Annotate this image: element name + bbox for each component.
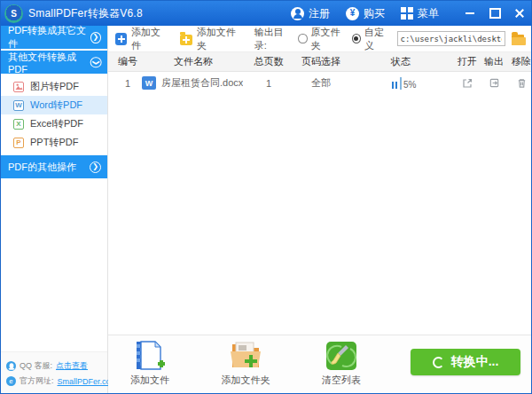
sidebar: PDF转换成其它文件 ❯ 其他文件转换成PDF ❯ 图片转PDF W Word转… <box>1 26 108 393</box>
convert-label: 转换中... <box>451 354 499 370</box>
clear-list-label: 清空列表 <box>322 374 361 387</box>
word-file-icon: W <box>13 100 24 111</box>
app-logo-icon: S <box>4 4 23 23</box>
section-label: PDF转换成其它文件 <box>8 24 90 51</box>
image-file-icon <box>13 82 24 92</box>
file-list: 1 W 房屋租赁合同.docx 1 全部 5% <box>108 72 531 335</box>
app-title: SmallPDFer转换器V6.8 <box>28 6 143 21</box>
word-doc-icon: W <box>142 76 156 90</box>
row-pages: 1 <box>245 78 293 89</box>
radio-original-folder[interactable]: 原文件夹 <box>298 26 346 52</box>
sidebar-item-label: Excel转PDF <box>30 117 83 130</box>
add-file-big-button[interactable]: 添加文件 <box>124 341 176 387</box>
maximize-icon <box>489 8 501 19</box>
row-index: 1 <box>113 78 142 89</box>
convert-button[interactable]: 转换中... <box>411 349 520 375</box>
maximize-button[interactable] <box>489 7 501 20</box>
sidebar-item-word-to-pdf[interactable]: W Word转PDF <box>1 96 107 114</box>
open-external-icon[interactable] <box>461 77 473 90</box>
table-header: 编号 文件名称 总页数 页码选择 状态 打开 输出 移除 <box>108 52 531 72</box>
register-button[interactable]: 注册 <box>291 6 330 21</box>
sidebar-item-excel-to-pdf[interactable]: X Excel转PDF <box>1 114 107 133</box>
add-folder-label: 添加文件夹 <box>197 26 242 52</box>
titlebar: S SmallPDFer转换器V6.8 注册 ¥ 购买 菜单 <box>1 1 531 26</box>
add-file-document-icon <box>134 341 166 371</box>
output-dir-label: 输出目录: <box>254 26 293 52</box>
row-filename: 房屋租赁合同.docx <box>161 76 243 90</box>
col-pages: 总页数 <box>245 55 293 68</box>
progress-label: 5% <box>403 80 416 90</box>
pause-icon[interactable] <box>392 82 397 89</box>
register-label: 注册 <box>309 6 330 21</box>
sidebar-item-label: 图片转PDF <box>30 80 79 93</box>
add-folder-big-label: 添加文件夹 <box>222 374 270 387</box>
ppt-file-icon: P <box>13 138 24 148</box>
minimize-button[interactable] <box>464 7 476 20</box>
toolbar: 添加文件 添加文件夹 输出目录: 原文件夹 自定义 <box>108 26 531 52</box>
website-icon: e <box>6 376 16 386</box>
add-folder-big-button[interactable]: 添加文件夹 <box>220 341 271 387</box>
browse-folder-icon[interactable] <box>512 35 525 45</box>
clear-list-button[interactable]: 清空列表 <box>316 341 367 387</box>
chevron-down-circle-icon: ❯ <box>90 57 101 67</box>
app-window: S SmallPDFer转换器V6.8 注册 ¥ 购买 菜单 <box>0 0 532 394</box>
table-row: 1 W 房屋租赁合同.docx 1 全部 5% <box>108 72 531 94</box>
sidebar-item-group: 图片转PDF W Word转PDF X Excel转PDF P PPT转PDF <box>1 75 107 155</box>
sidebar-item-label: Word转PDF <box>30 98 82 112</box>
bottom-bar: 添加文件 添加文件夹 <box>108 335 531 393</box>
sidebar-section-pdf-operations[interactable]: PDF的其他操作 ❯ <box>1 155 107 178</box>
radio-custom-label: 自定义 <box>364 26 390 52</box>
add-file-plus-icon <box>115 33 127 45</box>
radio-custom-folder[interactable]: 自定义 <box>352 26 391 52</box>
menu-grid-icon <box>401 7 413 20</box>
add-folder-button[interactable]: 添加文件夹 <box>180 26 242 52</box>
minimize-icon <box>466 12 474 14</box>
col-filename: 文件名称 <box>142 55 245 68</box>
progress-bar: 5% <box>400 77 402 90</box>
sidebar-section-other-to-pdf[interactable]: 其他文件转换成PDF ❯ <box>1 51 107 74</box>
col-page-selection: 页码选择 <box>293 55 349 68</box>
register-person-icon <box>291 7 304 20</box>
sidebar-item-image-to-pdf[interactable]: 图片转PDF <box>1 77 107 96</box>
sidebar-section-pdf-to-other[interactable]: PDF转换成其它文件 ❯ <box>1 26 107 49</box>
add-file-button[interactable]: 添加文件 <box>115 26 168 52</box>
col-index: 编号 <box>113 55 142 68</box>
col-status: 状态 <box>349 55 452 68</box>
chevron-right-circle-icon: ❯ <box>90 32 101 43</box>
radio-selected-icon <box>352 34 361 43</box>
site-label: 官方网址: <box>20 375 54 387</box>
col-output: 输出 <box>482 55 505 68</box>
add-folder-plus-icon <box>180 35 192 45</box>
qq-label: QQ 客服: <box>20 360 52 372</box>
excel-file-icon: X <box>13 119 24 130</box>
clear-broom-icon <box>325 341 357 371</box>
col-remove: 移除 <box>509 55 532 68</box>
main-panel: 添加文件 添加文件夹 输出目录: 原文件夹 自定义 <box>108 26 531 393</box>
output-export-icon[interactable] <box>489 77 500 89</box>
buy-yen-icon: ¥ <box>346 7 359 20</box>
col-open: 打开 <box>452 55 482 68</box>
logo-letter: S <box>11 9 17 19</box>
row-page-selection[interactable]: 全部 <box>293 76 349 90</box>
section-label: 其他文件转换成PDF <box>8 51 90 75</box>
output-path-input[interactable] <box>397 31 505 46</box>
chevron-right-circle-icon: ❯ <box>90 162 101 173</box>
spinner-icon <box>433 357 444 368</box>
sidebar-spacer <box>1 180 107 351</box>
menu-label: 菜单 <box>418 6 439 21</box>
section-label: PDF的其他操作 <box>8 161 76 174</box>
add-folder-icon <box>229 341 262 371</box>
sidebar-item-ppt-to-pdf[interactable]: P PPT转PDF <box>1 133 107 152</box>
buy-button[interactable]: ¥ 购买 <box>346 6 385 21</box>
buy-label: 购买 <box>364 6 385 21</box>
close-icon <box>514 8 525 19</box>
radio-original-label: 原文件夹 <box>311 26 346 52</box>
trash-icon[interactable] <box>516 77 528 89</box>
menu-button[interactable]: 菜单 <box>401 6 439 21</box>
close-button[interactable] <box>513 7 526 20</box>
sidebar-item-label: PPT转PDF <box>30 136 78 149</box>
add-file-big-label: 添加文件 <box>130 374 169 387</box>
qq-link[interactable]: 点击查看 <box>56 360 88 372</box>
sidebar-footer: QQ 客服: 点击查看 e 官方网址: SmallPDFer.com <box>1 351 107 393</box>
add-file-label: 添加文件 <box>131 26 168 52</box>
